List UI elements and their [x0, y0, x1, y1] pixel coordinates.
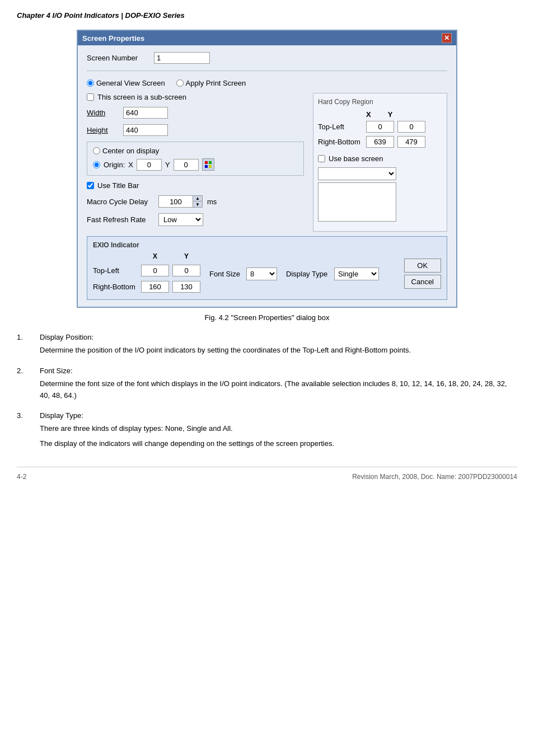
exio-right-bottom-x[interactable]	[141, 281, 169, 293]
font-size-select[interactable]: 8	[246, 267, 277, 280]
general-view-label: General View Screen	[96, 79, 165, 87]
footer: 4-2 Revision March, 2008, Doc. Name: 200…	[17, 467, 517, 481]
svg-rect-0	[205, 161, 208, 164]
exio-top-left-x[interactable]	[141, 265, 169, 276]
center-origin-block: Center on display Origin: X Y	[87, 142, 304, 176]
dialog-buttons: OK Cancel	[404, 259, 441, 289]
exio-content-row: X Y Top-Left Right-Bottom	[93, 252, 441, 295]
origin-radio[interactable]	[93, 161, 100, 168]
general-view-radio[interactable]	[87, 79, 94, 87]
height-label: Height	[87, 126, 118, 134]
svg-rect-1	[209, 161, 212, 164]
cancel-button[interactable]: Cancel	[404, 275, 441, 289]
use-base-label: Use base screen	[329, 154, 383, 163]
top-left-x-input[interactable]	[366, 121, 394, 133]
numbered-list: 1. Display Position: Determine the posit…	[17, 333, 517, 450]
footer-page: 4-2	[17, 473, 26, 481]
list-title-3: Display Type:	[40, 411, 517, 420]
screen-properties-dialog: Screen Properties ✕ Screen Number Genera…	[77, 30, 457, 308]
exio-right-bottom-row: Right-Bottom	[93, 281, 200, 293]
macro-value-input[interactable]	[159, 196, 193, 207]
list-number-1: 1.	[17, 333, 31, 341]
axis-y-label: Y	[388, 110, 393, 119]
screen-number-input[interactable]	[154, 52, 210, 64]
screen-number-label: Screen Number	[87, 54, 148, 62]
use-title-bar-row: Use Title Bar	[87, 181, 304, 190]
list-body-3a: There are three kinds of display types: …	[40, 423, 517, 435]
list-content-1: Display Position: Determine the position…	[40, 333, 517, 356]
origin-row: Origin: X Y	[93, 158, 298, 171]
right-bottom-y-input[interactable]	[397, 136, 425, 148]
left-panel: This screen is a sub-screen Width Height	[87, 93, 304, 232]
dialog-wrapper: Screen Properties ✕ Screen Number Genera…	[17, 30, 517, 308]
origin-x-input[interactable]	[137, 159, 162, 171]
origin-y-input[interactable]	[174, 159, 199, 171]
macro-spinner[interactable]: ▲ ▼	[158, 195, 203, 208]
use-base-checkbox[interactable]	[318, 155, 325, 162]
fast-refresh-select[interactable]: Low	[158, 213, 203, 226]
exio-right-bottom-y[interactable]	[172, 281, 200, 293]
general-view-radio-label[interactable]: General View Screen	[87, 79, 165, 87]
base-screen-select[interactable]	[318, 167, 396, 180]
base-screen-list	[318, 182, 396, 222]
origin-x-label: X	[128, 161, 133, 169]
exio-indicator-section: EXIO Indicator X Y Top-Left	[87, 236, 447, 300]
use-title-bar-checkbox[interactable]	[87, 182, 94, 189]
width-label: Width	[87, 109, 118, 117]
axis-x-label: X	[366, 110, 371, 119]
svg-rect-3	[209, 165, 212, 168]
spinner-down[interactable]: ▼	[193, 201, 202, 207]
center-display-radio[interactable]	[93, 147, 100, 154]
list-item-1: 1. Display Position: Determine the posit…	[17, 333, 517, 356]
main-content: This screen is a sub-screen Width Height	[87, 93, 447, 232]
exio-x-header: X	[141, 252, 169, 260]
center-display-label: Center on display	[102, 147, 159, 155]
screen-number-row: Screen Number	[87, 52, 447, 71]
display-type-select[interactable]: Single	[334, 267, 379, 280]
font-size-label: Font Size	[209, 270, 243, 278]
center-display-row[interactable]: Center on display	[93, 147, 298, 155]
ms-label: ms	[207, 198, 217, 206]
apply-print-radio[interactable]	[176, 79, 184, 87]
use-title-bar-label: Use Title Bar	[97, 181, 139, 190]
spinner-buttons: ▲ ▼	[193, 196, 202, 207]
svg-rect-2	[205, 165, 208, 168]
hcr-axis-labels: X Y	[318, 110, 442, 119]
display-type-block: Display Type Single	[286, 267, 379, 280]
ok-button[interactable]: OK	[404, 259, 441, 273]
list-body-2: Determine the font size of the font whic…	[40, 378, 517, 402]
list-number-3: 3.	[17, 411, 31, 420]
exio-top-left-label: Top-Left	[93, 266, 138, 275]
list-number-2: 2.	[17, 367, 31, 375]
hard-copy-title: Hard Copy Region	[318, 98, 442, 106]
exio-header-row: X Y	[93, 252, 200, 260]
width-input[interactable]	[123, 107, 168, 119]
list-content-2: Font Size: Determine the font size of th…	[40, 367, 517, 402]
chapter-header: Chapter 4 I/O Point Indicators | DOP-EXI…	[17, 11, 517, 20]
top-left-y-input[interactable]	[397, 121, 425, 133]
dialog-body: Screen Number General View Screen Apply …	[78, 45, 456, 307]
figure-caption: Fig. 4.2 "Screen Properties" dialog box	[17, 313, 517, 322]
exio-right-bottom-label: Right-Bottom	[93, 283, 138, 291]
origin-label: Origin:	[104, 161, 125, 169]
width-row: Width	[87, 107, 304, 119]
color-picker-button[interactable]	[202, 158, 214, 171]
macro-cycle-label: Macro Cycle Delay	[87, 198, 154, 206]
use-base-row: Use base screen	[318, 154, 442, 163]
right-bottom-hcr-label: Right-Bottom	[318, 138, 363, 146]
sub-screen-checkbox[interactable]	[87, 93, 94, 101]
right-bottom-x-input[interactable]	[366, 136, 394, 148]
exio-top-left-row: Top-Left	[93, 265, 200, 276]
apply-print-radio-label[interactable]: Apply Print Screen	[176, 79, 246, 87]
height-input[interactable]	[123, 124, 168, 136]
right-bottom-hcr-row: Right-Bottom	[318, 136, 442, 148]
close-button[interactable]: ✕	[442, 33, 452, 43]
origin-y-label: Y	[165, 161, 170, 169]
exio-data-block: X Y Top-Left Right-Bottom	[93, 252, 200, 295]
spinner-up[interactable]: ▲	[193, 196, 202, 201]
fast-refresh-row: Fast Refresh Rate Low	[87, 213, 304, 226]
radio-row: General View Screen Apply Print Screen	[87, 79, 447, 87]
font-size-block: Font Size 8	[209, 267, 277, 280]
exio-top-left-y[interactable]	[172, 265, 200, 276]
list-body-3b: The display of the indicators will chang…	[40, 438, 517, 450]
